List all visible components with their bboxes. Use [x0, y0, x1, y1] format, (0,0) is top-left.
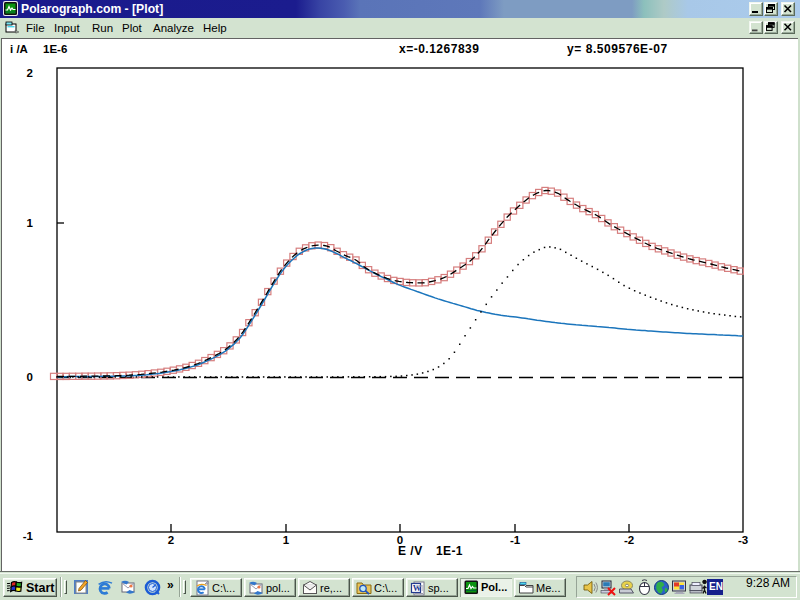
- svg-text:2: 2: [168, 534, 174, 546]
- svg-text:-3: -3: [738, 534, 748, 546]
- svg-text:1: 1: [283, 534, 290, 546]
- svg-text:i /A: i /A: [10, 43, 28, 55]
- svg-text:-2: -2: [624, 534, 634, 546]
- svg-text:2: 2: [27, 67, 33, 79]
- svg-text:-1: -1: [510, 534, 521, 546]
- svg-text:-1: -1: [23, 530, 34, 542]
- svg-text:0: 0: [27, 371, 33, 383]
- svg-text:y= 8.509576E-07: y= 8.509576E-07: [567, 42, 668, 56]
- svg-text:E /V: E /V: [398, 544, 423, 558]
- svg-text:W: W: [413, 583, 422, 593]
- svg-text:x=-0.1267839: x=-0.1267839: [399, 42, 479, 56]
- svg-text:1: 1: [27, 217, 34, 229]
- svg-text:1E-1: 1E-1: [436, 544, 463, 558]
- svg-text:1E-6: 1E-6: [43, 43, 67, 55]
